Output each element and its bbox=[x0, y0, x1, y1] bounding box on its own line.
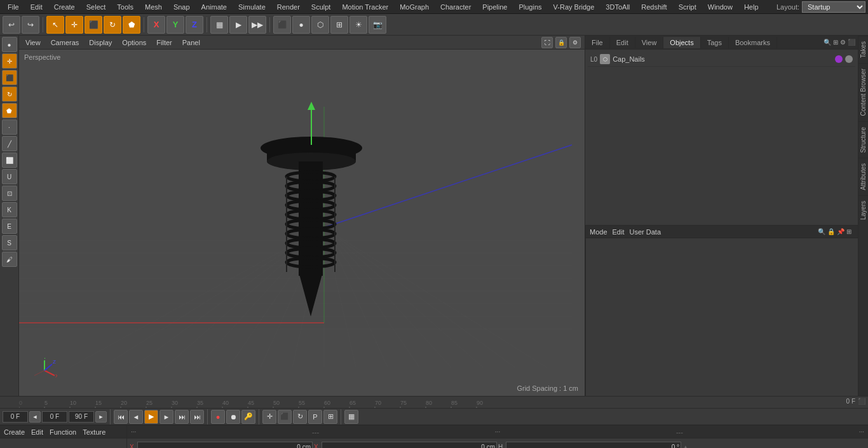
axis-z-button[interactable]: Z bbox=[186, 16, 203, 34]
sidebar-edges[interactable]: ╱ bbox=[2, 136, 17, 151]
sidebar-spline[interactable]: S bbox=[2, 235, 17, 250]
viewport[interactable]: Perspective Grid Spacing : 1 cm X Y Z bbox=[19, 50, 585, 396]
mat-menu-create[interactable]: Create bbox=[4, 428, 25, 436]
mat-menu-edit[interactable]: Edit bbox=[31, 428, 43, 436]
timeline[interactable]: 0 5 10 15 20 25 30 35 40 45 50 55 60 65 … bbox=[0, 396, 868, 409]
menu-select[interactable]: Select bbox=[81, 2, 111, 12]
step-fwd-button[interactable]: ► bbox=[159, 410, 173, 424]
render-region-button[interactable]: ▦ bbox=[210, 16, 228, 34]
viewport-expand-icon[interactable]: ⛶ bbox=[541, 37, 553, 48]
attr-search-icon[interactable]: 🔍 bbox=[818, 228, 825, 235]
viewport-menu-options[interactable]: Options bbox=[119, 38, 149, 47]
goto-start-button[interactable]: ⏮ bbox=[114, 410, 128, 424]
cylinder-button[interactable]: ⬡ bbox=[311, 16, 329, 34]
layout-dropdown[interactable]: Startup bbox=[802, 1, 865, 13]
x-pos-input[interactable] bbox=[137, 442, 313, 448]
sidebar-snap[interactable]: ⊡ bbox=[2, 186, 17, 201]
sidebar-knife[interactable]: K bbox=[2, 202, 17, 217]
step-back-button[interactable]: ◄ bbox=[129, 410, 143, 424]
sidebar-points[interactable]: · bbox=[2, 119, 17, 135]
menu-plugins[interactable]: Plugins bbox=[513, 2, 546, 12]
sidebar-live-selection[interactable]: ● bbox=[2, 37, 17, 52]
mat-menu-function[interactable]: Function bbox=[50, 428, 76, 436]
menu-redshift[interactable]: Redshift bbox=[636, 2, 672, 12]
menu-snap[interactable]: Snap bbox=[168, 2, 195, 12]
viewport-menu-view[interactable]: View bbox=[23, 38, 43, 47]
move-key-button[interactable]: ✛ bbox=[262, 410, 276, 424]
frame-current-field[interactable] bbox=[42, 411, 67, 423]
vtab-attributes[interactable]: Attributes bbox=[858, 158, 869, 195]
light-button[interactable]: ☀ bbox=[349, 16, 367, 34]
key-button[interactable]: 🔑 bbox=[241, 410, 255, 424]
scale-tool-button[interactable]: ⬛ bbox=[85, 16, 102, 34]
menu-vray[interactable]: V-Ray Bridge bbox=[548, 2, 600, 12]
object-row-capnails[interactable]: L0 ⬡ Cap_Nails bbox=[588, 52, 855, 67]
menu-mesh[interactable]: Mesh bbox=[140, 2, 167, 12]
undo-button[interactable]: ↩ bbox=[3, 16, 20, 34]
timeline-expand-icon[interactable]: ⬛ bbox=[858, 398, 865, 405]
menu-render[interactable]: Render bbox=[272, 2, 305, 12]
h-input[interactable] bbox=[506, 442, 681, 448]
last-frame-button[interactable]: ⏭ bbox=[190, 410, 204, 424]
record-button[interactable]: ● bbox=[211, 410, 225, 424]
menu-character[interactable]: Character bbox=[435, 2, 476, 12]
obj-tab-tags[interactable]: Tags bbox=[701, 37, 729, 48]
viewport-menu-filter[interactable]: Filter bbox=[154, 38, 174, 47]
menu-3dtoall[interactable]: 3DToAll bbox=[600, 2, 635, 12]
menu-window[interactable]: Window bbox=[703, 2, 738, 12]
menu-create[interactable]: Create bbox=[49, 2, 80, 12]
frame-minus-button[interactable]: ◄ bbox=[29, 411, 41, 423]
viewport-menu-display[interactable]: Display bbox=[86, 38, 114, 47]
vtab-content-browser[interactable]: Content Browser bbox=[858, 63, 869, 121]
obj-settings-icon[interactable]: ⚙ bbox=[840, 39, 846, 46]
attr-grid-icon[interactable]: ⊞ bbox=[846, 228, 851, 235]
pos-key-button[interactable]: P bbox=[308, 410, 322, 424]
goto-end-button[interactable]: ⏭ bbox=[175, 410, 189, 424]
menu-motion-tracker[interactable]: Motion Tracker bbox=[337, 2, 393, 12]
menu-file[interactable]: File bbox=[3, 2, 24, 12]
menu-mograph[interactable]: MoGraph bbox=[395, 2, 434, 12]
attr-pin-icon[interactable]: 📌 bbox=[837, 228, 844, 235]
camera-button[interactable]: 📷 bbox=[369, 16, 386, 34]
axis-y-button[interactable]: Y bbox=[166, 16, 184, 34]
frame-start-field[interactable] bbox=[3, 411, 28, 423]
sidebar-polygons[interactable]: ⬜ bbox=[2, 153, 17, 168]
vtab-takes[interactable]: Takes bbox=[858, 36, 869, 63]
sphere-button[interactable]: ● bbox=[292, 16, 310, 34]
x2-pos-input[interactable] bbox=[322, 442, 497, 448]
obj-tab-bookmarks[interactable]: Bookmarks bbox=[729, 37, 777, 48]
obj-visibility-dot[interactable] bbox=[835, 55, 843, 63]
obj-tab-edit[interactable]: Edit bbox=[610, 37, 635, 48]
obj-tab-objects[interactable]: Objects bbox=[663, 37, 700, 48]
frame-plus-button[interactable]: ► bbox=[95, 411, 107, 423]
sidebar-extrude[interactable]: E bbox=[2, 219, 17, 234]
menu-script[interactable]: Script bbox=[674, 2, 702, 12]
obj-tab-file[interactable]: File bbox=[585, 37, 610, 48]
menu-simulate[interactable]: Simulate bbox=[233, 2, 271, 12]
viewport-settings-icon[interactable]: ⚙ bbox=[569, 37, 581, 48]
viewport-lock-icon[interactable]: 🔒 bbox=[555, 37, 567, 48]
obj-filter-icon[interactable]: ⊞ bbox=[833, 39, 838, 46]
attr-tab-mode[interactable]: Mode bbox=[590, 228, 607, 236]
obj-tab-view[interactable]: View bbox=[635, 37, 664, 48]
menu-help[interactable]: Help bbox=[739, 2, 764, 12]
frame-end-field[interactable] bbox=[69, 411, 94, 423]
sidebar-uvw[interactable]: U bbox=[2, 169, 17, 184]
vtab-layers[interactable]: Layers bbox=[858, 195, 869, 225]
viewport-menu-panel[interactable]: Panel bbox=[180, 38, 203, 47]
obj-expand-icon[interactable]: ⬛ bbox=[848, 39, 855, 46]
vtab-structure[interactable]: Structure bbox=[858, 121, 869, 158]
menu-animate[interactable]: Animate bbox=[196, 2, 232, 12]
transform-tool-button[interactable]: ⬟ bbox=[123, 16, 140, 34]
cube-button[interactable]: ⬛ bbox=[273, 16, 291, 34]
menu-tools[interactable]: Tools bbox=[112, 2, 139, 12]
sidebar-paint[interactable]: 🖌 bbox=[2, 252, 17, 267]
grid-key-button[interactable]: ⊞ bbox=[323, 410, 337, 424]
render-to-po-button[interactable]: ▶ bbox=[229, 16, 247, 34]
rot-key-button[interactable]: ↻ bbox=[293, 410, 307, 424]
redo-button[interactable]: ↪ bbox=[22, 16, 39, 34]
obj-search-icon[interactable]: 🔍 bbox=[824, 39, 831, 46]
menu-edit[interactable]: Edit bbox=[25, 2, 48, 12]
sidebar-scale[interactable]: ⬛ bbox=[2, 70, 17, 85]
attr-tab-userdata[interactable]: User Data bbox=[630, 228, 661, 236]
